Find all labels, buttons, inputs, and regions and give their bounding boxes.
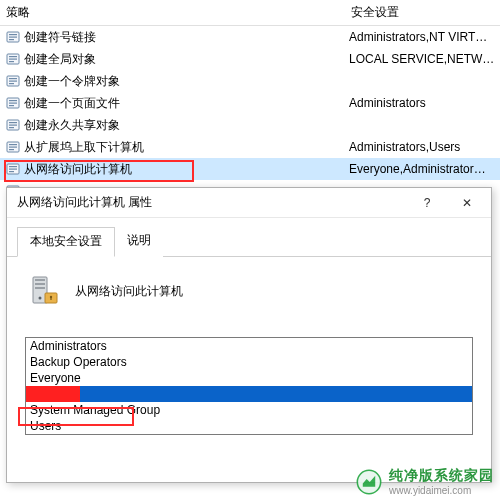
- svg-rect-35: [35, 287, 45, 289]
- policy-icon: [6, 140, 20, 154]
- policy-setting: Everyone,Administrator…: [349, 162, 494, 176]
- svg-rect-15: [9, 105, 14, 106]
- redaction-overlay: [26, 386, 80, 402]
- policy-label: 创建符号链接: [24, 29, 349, 46]
- policy-setting: Administrators,NT VIRT…: [349, 30, 494, 44]
- svg-rect-19: [9, 127, 14, 128]
- svg-point-36: [39, 297, 42, 300]
- policy-label: 从扩展坞上取下计算机: [24, 139, 349, 156]
- tab-local-security[interactable]: 本地安全设置: [17, 227, 115, 257]
- dialog-body: 从网络访问此计算机 AdministratorsBackup Operators…: [7, 257, 491, 445]
- list-item[interactable]: Administrators: [26, 338, 472, 354]
- svg-rect-22: [9, 147, 17, 148]
- list-item[interactable]: \Guest: [26, 386, 472, 402]
- help-button[interactable]: ?: [407, 189, 447, 217]
- policy-list: 策略 安全设置 创建符号链接Administrators,NT VIRT…创建全…: [0, 0, 500, 202]
- policy-name: 从网络访问此计算机: [75, 283, 183, 300]
- policy-row[interactable]: 创建一个页面文件Administrators: [0, 92, 500, 114]
- policy-icon: [6, 162, 20, 176]
- svg-rect-1: [9, 34, 17, 35]
- svg-rect-33: [35, 279, 45, 281]
- svg-rect-14: [9, 103, 17, 104]
- policy-setting: Administrators,Users: [349, 140, 494, 154]
- policy-icon: [6, 52, 20, 66]
- svg-rect-17: [9, 122, 17, 123]
- policy-title-row: 从网络访问此计算机: [25, 273, 473, 309]
- svg-rect-7: [9, 61, 14, 62]
- tab-explain[interactable]: 说明: [115, 227, 163, 257]
- policy-icon: [6, 96, 20, 110]
- list-item[interactable]: Users: [26, 418, 472, 434]
- policy-label: 创建全局对象: [24, 51, 349, 68]
- svg-rect-21: [9, 144, 17, 145]
- policy-icon: [6, 74, 20, 88]
- svg-rect-13: [9, 100, 17, 101]
- policy-icon: [6, 30, 20, 44]
- svg-rect-25: [9, 166, 17, 167]
- principals-listbox[interactable]: AdministratorsBackup OperatorsEveryone\G…: [25, 337, 473, 435]
- svg-rect-34: [35, 283, 45, 285]
- policy-setting: LOCAL SERVICE,NETW…: [349, 52, 494, 66]
- watermark-url: www.yidaimei.com: [389, 485, 494, 496]
- svg-rect-39: [50, 297, 51, 300]
- list-item[interactable]: Everyone: [26, 370, 472, 386]
- svg-rect-9: [9, 78, 17, 79]
- watermark: 纯净版系统家园 www.yidaimei.com: [355, 467, 494, 496]
- policy-row[interactable]: 创建一个令牌对象: [0, 70, 500, 92]
- svg-rect-23: [9, 149, 14, 150]
- list-item[interactable]: System Managed Group: [26, 402, 472, 418]
- column-policy[interactable]: 策略: [6, 4, 351, 21]
- policy-label: 创建一个页面文件: [24, 95, 349, 112]
- policy-row[interactable]: 创建永久共享对象: [0, 114, 500, 136]
- policy-label: 从网络访问此计算机: [24, 161, 349, 178]
- policy-label: 创建永久共享对象: [24, 117, 349, 134]
- close-button[interactable]: ✕: [447, 189, 487, 217]
- svg-rect-6: [9, 59, 17, 60]
- policy-setting: Administrators: [349, 96, 494, 110]
- policy-icon: [6, 118, 20, 132]
- watermark-brand: 纯净版系统家园: [389, 467, 494, 485]
- list-item[interactable]: Backup Operators: [26, 354, 472, 370]
- column-headers: 策略 安全设置: [0, 0, 500, 26]
- policy-row[interactable]: 创建符号链接Administrators,NT VIRT…: [0, 26, 500, 48]
- dialog-tabs: 本地安全设置 说明: [7, 218, 491, 257]
- svg-rect-11: [9, 83, 14, 84]
- svg-rect-2: [9, 37, 17, 38]
- svg-rect-26: [9, 169, 17, 170]
- policy-label: 创建一个令牌对象: [24, 73, 349, 90]
- properties-dialog: 从网络访问此计算机 属性 ? ✕ 本地安全设置 说明 从网络访问此计算机: [6, 187, 492, 483]
- policy-row[interactable]: 创建全局对象LOCAL SERVICE,NETW…: [0, 48, 500, 70]
- titlebar[interactable]: 从网络访问此计算机 属性 ? ✕: [7, 188, 491, 218]
- svg-rect-10: [9, 81, 17, 82]
- svg-rect-3: [9, 39, 14, 40]
- policy-row[interactable]: 从扩展坞上取下计算机Administrators,Users: [0, 136, 500, 158]
- svg-rect-18: [9, 125, 17, 126]
- dialog-title: 从网络访问此计算机 属性: [17, 194, 407, 211]
- policy-row[interactable]: 从网络访问此计算机Everyone,Administrator…: [0, 158, 500, 180]
- column-setting[interactable]: 安全设置: [351, 4, 494, 21]
- watermark-logo-icon: [355, 468, 383, 496]
- svg-rect-27: [9, 171, 14, 172]
- svg-rect-5: [9, 56, 17, 57]
- server-icon: [25, 273, 61, 309]
